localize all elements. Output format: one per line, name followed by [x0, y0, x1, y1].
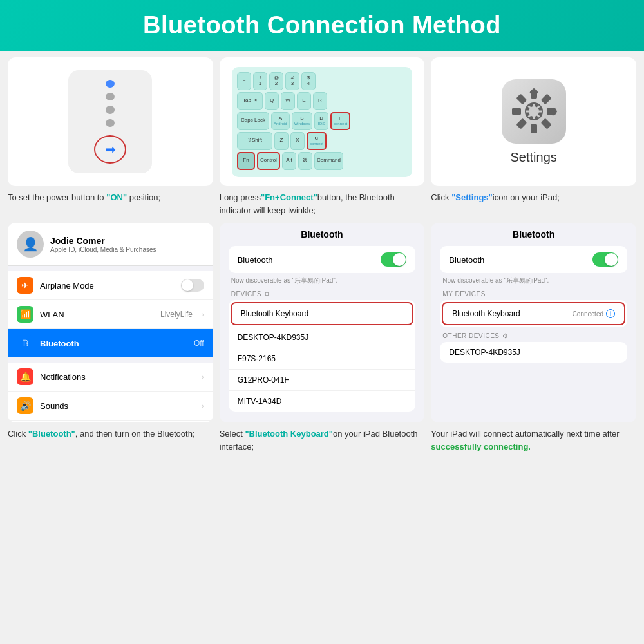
caption-keyboard: Long press"Fn+Connect"button, the Blueto… [220, 191, 425, 216]
my-device-list: Bluetooth Keyboard Connected i [440, 300, 627, 327]
settings-link-highlight: "Settings" [451, 193, 493, 202]
success-link: successfully connecting. [431, 442, 531, 451]
page-header: Bluetooth Connection Method [0, 0, 644, 51]
other-devices-title: OTHER DEVICES ⚙ [440, 332, 627, 339]
bt-device-desktop[interactable]: DESKTOP-4KD935J [229, 327, 416, 348]
notif-chevron: › [202, 373, 204, 381]
svg-rect-10 [547, 108, 556, 115]
wifi-icon: 📶 [17, 306, 33, 323]
page-title: Bluetooth Connection Method [13, 12, 631, 39]
bt-link-highlight: "Bluetooth" [28, 429, 75, 439]
settings-gear-icon [502, 79, 566, 144]
bt-device-keyboard[interactable]: Bluetooth Keyboard [231, 302, 414, 325]
keyboard-image-box: ~ !1 @2 #3 $4 Tab ⇥ Q W E R Caps Lock [220, 57, 425, 186]
on-highlight: "ON" [106, 193, 127, 202]
settings-image-box: Settings [431, 57, 636, 186]
sounds-label: Sounds [40, 401, 195, 411]
power-image-box: ➡ [8, 57, 213, 186]
bt-panel-title: Bluetooth [229, 229, 416, 240]
keyboard-illustration: ~ !1 @2 #3 $4 Tab ⇥ Q W E R Caps Lock [232, 67, 412, 177]
bt-toggle-label: Bluetooth [238, 255, 273, 265]
kb-cmd: ⌘ [298, 152, 312, 170]
kb-q: Q [265, 92, 279, 110]
notifications-icon: 🔔 [17, 368, 33, 385]
my-devices-title: MY DEVICES [440, 290, 627, 298]
row1-captions: To set the power button to "ON" position… [8, 191, 636, 216]
profile-sub: Apple ID, iCloud, Media & Purchases [50, 246, 156, 253]
bt-device-list: Bluetooth Keyboard DESKTOP-4KD935J F97S-… [229, 300, 416, 412]
caption-settings: Click "Settings"icon on your iPad; [431, 191, 636, 216]
fn-connect-highlight: "Fn+Connect" [261, 193, 317, 202]
ios-row-sounds: 🔊 Sounds › [8, 392, 213, 421]
kb-alt: Alt [282, 152, 296, 170]
led-gray-2 [106, 106, 115, 113]
kb-c-connect: Cconnect [307, 132, 327, 150]
row2-captions: Click "Bluetooth", and then turn on the … [8, 428, 636, 453]
ios-row-wlan: 📶 WLAN LivelyLife › [8, 300, 213, 329]
info-icon[interactable]: i [606, 309, 615, 318]
connected-status: Connected [573, 310, 603, 317]
sounds-icon: 🔊 [17, 397, 33, 414]
bt-connected-device[interactable]: Bluetooth Keyboard Connected i [442, 302, 625, 325]
ios-row-bluetooth[interactable]: 𝔹 Bluetooth Off [8, 329, 213, 357]
ios-profile: 👤 Jodie Comer Apple ID, iCloud, Media & … [8, 223, 213, 266]
kb-shift: ⇧Shift [237, 132, 272, 150]
airplane-toggle[interactable] [181, 279, 204, 292]
bt-connected-label: Bluetooth [449, 255, 484, 265]
bt-toggle-row: Bluetooth [229, 246, 416, 273]
profile-name: Jodie Comer [50, 236, 156, 246]
power-switch-area: ➡ [94, 135, 126, 164]
bt-label: Bluetooth [40, 339, 187, 348]
bt-toggle[interactable] [381, 252, 406, 267]
svg-rect-12 [531, 124, 537, 133]
bt-device-g12pro[interactable]: G12PRO-041F [229, 370, 416, 391]
bt-value: Off [194, 339, 204, 348]
bt-devices-screenshot: Bluetooth Bluetooth Now discoverable as … [220, 223, 425, 422]
led-gray-1 [106, 93, 115, 100]
caption2-bt: Click "Bluetooth", and then turn on the … [8, 428, 213, 453]
bt-connected-toggle[interactable] [592, 252, 618, 267]
sounds-chevron: › [202, 402, 204, 410]
bluetooth-icon: 𝔹 [17, 335, 33, 352]
notifications-label: Notifications [40, 372, 195, 382]
kb-capslock: Caps Lock [237, 112, 269, 130]
row2-screenshots: 👤 Jodie Comer Apple ID, iCloud, Media & … [8, 223, 636, 422]
caption2-connect: Your iPad will connect automatically nex… [431, 428, 636, 453]
kb-2: @2 [269, 72, 283, 90]
svg-rect-14 [512, 108, 521, 115]
led-gray-3 [106, 119, 115, 127]
other-device-desktop[interactable]: DESKTOP-4KD935J [440, 342, 627, 363]
bt-connected-title: Bluetooth [440, 229, 627, 240]
kb-tilde: ~ [237, 72, 251, 90]
kb-x: X [290, 132, 305, 150]
bt-connected-panel: Bluetooth Bluetooth Now discoverable as … [431, 223, 636, 422]
wlan-chevron: › [202, 310, 204, 318]
led-blue [106, 80, 115, 88]
bt-connected-toggle-row: Bluetooth [440, 246, 627, 273]
caption2-select: Select "Bluetooth Keyboard"on your iPad … [220, 428, 425, 453]
kb-option: Command [314, 152, 343, 170]
kb-3: #3 [285, 72, 299, 90]
kb-e: E [297, 92, 311, 110]
bt-keyboard-link: "Bluetooth Keyboard" [245, 429, 333, 439]
wlan-value: LivelyLife [160, 310, 193, 319]
ios-settings-screenshot: 👤 Jodie Comer Apple ID, iCloud, Media & … [8, 223, 213, 422]
wlan-label: WLAN [40, 310, 154, 319]
kb-f: Fconnect [330, 112, 350, 130]
ios-settings-panel: 👤 Jodie Comer Apple ID, iCloud, Media & … [8, 223, 213, 422]
bt-connected-screenshot: Bluetooth Bluetooth Now discoverable as … [431, 223, 636, 422]
kb-w: W [281, 92, 295, 110]
kb-s: SWindows [292, 112, 312, 130]
kb-r: R [313, 92, 327, 110]
airplane-icon: ✈ [17, 277, 33, 294]
kb-1: !1 [253, 72, 267, 90]
bt-device-f97s[interactable]: F97S-2165 [229, 348, 416, 370]
connected-badge: Connected i [573, 309, 615, 318]
bt-device-mitv[interactable]: MITV-1A34D [229, 391, 416, 412]
main-content: ➡ ~ !1 @2 #3 $4 Tab ⇥ Q W [0, 51, 644, 459]
other-device-list: DESKTOP-4KD935J [440, 342, 627, 363]
kb-ctrl: Control [257, 152, 280, 170]
kb-4: $4 [301, 72, 316, 90]
connected-device-name: Bluetooth Keyboard [452, 309, 520, 318]
bt-devices-title: DEVICES ⚙ [229, 290, 416, 298]
